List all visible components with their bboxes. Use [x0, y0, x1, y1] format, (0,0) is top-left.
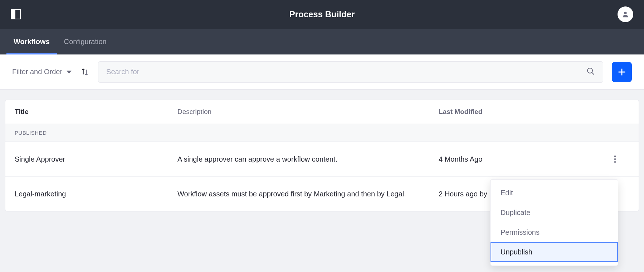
column-header-description[interactable]: Description	[177, 108, 439, 116]
sidebar-toggle-icon[interactable]	[11, 9, 21, 19]
search-field	[98, 61, 603, 83]
search-input[interactable]	[106, 68, 586, 76]
search-icon[interactable]	[586, 67, 595, 77]
sort-icon	[80, 67, 89, 77]
section-published-label: PUBLISHED	[5, 124, 639, 142]
kebab-icon	[614, 155, 616, 163]
column-header-title[interactable]: Title	[15, 108, 177, 116]
caret-down-icon	[67, 71, 72, 73]
tab-workflows[interactable]: Workflows	[6, 29, 57, 54]
svg-point-5	[614, 156, 616, 157]
app-title: Process Builder	[289, 9, 355, 19]
row-description: A single approver can approve a workflow…	[177, 155, 439, 163]
tab-configuration-label: Configuration	[64, 38, 107, 46]
row-title: Legal-marketing	[15, 190, 177, 198]
tab-configuration[interactable]: Configuration	[57, 29, 114, 54]
column-header-last-modified[interactable]: Last Modified	[439, 108, 608, 116]
user-avatar[interactable]	[618, 6, 633, 22]
table-row[interactable]: Single Approver A single approver can ap…	[5, 142, 639, 177]
filter-order-label: Filter and Order	[12, 68, 62, 76]
row-last-modified: 4 Months Ago	[439, 155, 608, 163]
filter-order-dropdown[interactable]: Filter and Order	[12, 68, 72, 76]
svg-point-0	[624, 12, 626, 14]
user-icon	[621, 10, 629, 18]
tab-workflows-label: Workflows	[14, 38, 50, 46]
svg-point-1	[587, 68, 592, 73]
row-actions-button[interactable]	[608, 152, 622, 166]
table-header: Title Description Last Modified	[5, 100, 639, 124]
menu-item-permissions[interactable]: Permissions	[491, 223, 618, 242]
menu-item-unpublish[interactable]: Unpublish	[491, 242, 618, 262]
row-actions-menu: Edit Duplicate Permissions Unpublish	[490, 179, 618, 266]
menu-item-duplicate[interactable]: Duplicate	[491, 203, 618, 223]
svg-point-6	[614, 158, 616, 160]
plus-icon	[617, 67, 627, 77]
add-button[interactable]	[612, 62, 632, 82]
sort-button[interactable]	[80, 67, 89, 77]
svg-point-7	[614, 161, 616, 163]
top-bar: Process Builder	[0, 0, 644, 29]
column-header-actions	[608, 108, 629, 116]
tab-bar: Workflows Configuration	[0, 29, 644, 54]
row-title: Single Approver	[15, 155, 177, 163]
svg-line-2	[592, 72, 594, 75]
toolbar: Filter and Order	[0, 54, 644, 90]
menu-item-edit[interactable]: Edit	[491, 183, 618, 203]
row-description: Workflow assets must be approved first b…	[177, 190, 439, 198]
